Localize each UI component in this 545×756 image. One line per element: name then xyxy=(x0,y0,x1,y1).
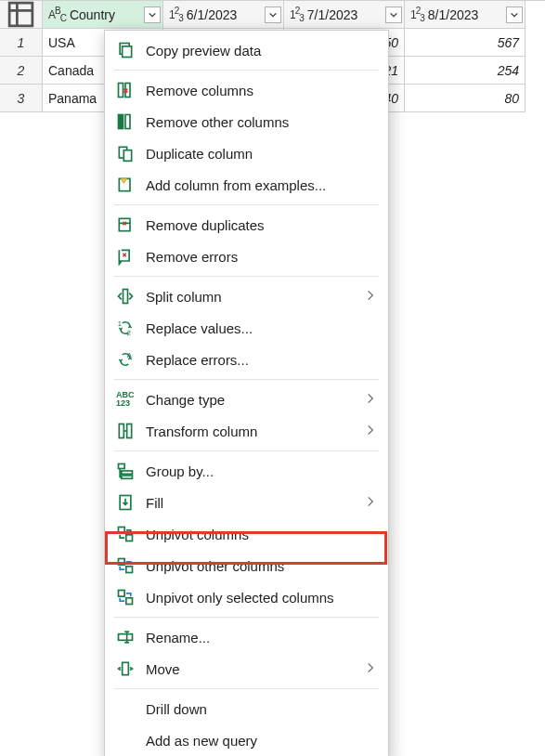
number-type-icon: 123 xyxy=(169,6,183,23)
cell-value: 254 xyxy=(498,63,519,78)
menu-move[interactable]: Move xyxy=(105,653,388,684)
menu-remove-duplicates[interactable]: Remove duplicates xyxy=(105,209,388,241)
row-header[interactable]: 1 xyxy=(0,29,43,57)
cell-value-8-1[interactable]: 80 xyxy=(405,85,526,112)
unpivot-icon xyxy=(116,525,146,543)
menu-label: Replace values... xyxy=(146,320,377,336)
menu-remove-errors[interactable]: Remove errors xyxy=(105,241,388,272)
replace-values-icon: 12 xyxy=(116,319,146,337)
svg-rect-22 xyxy=(122,476,133,478)
svg-rect-27 xyxy=(126,567,133,573)
column-header-8-1-2023[interactable]: 123 8/1/2023 xyxy=(405,1,526,29)
svg-rect-34 xyxy=(123,662,129,674)
menu-group-by[interactable]: Group by... xyxy=(105,455,388,487)
column-header-6-1-2023[interactable]: 123 6/1/2023 xyxy=(163,1,284,29)
unpivot-selected-icon xyxy=(116,588,146,606)
svg-rect-19 xyxy=(127,424,132,438)
svg-rect-8 xyxy=(125,115,130,129)
transform-column-icon xyxy=(116,422,146,440)
svg-text:1: 1 xyxy=(118,319,122,328)
menu-label: Add as new query xyxy=(146,733,377,749)
text-type-icon: ABC xyxy=(48,6,66,23)
svg-rect-14 xyxy=(123,290,128,304)
chevron-down-icon xyxy=(389,10,398,20)
row-header[interactable]: 3 xyxy=(0,85,43,112)
menu-label: Unpivot other columns xyxy=(146,558,377,574)
copy-icon xyxy=(116,41,146,59)
svg-rect-5 xyxy=(119,84,123,98)
svg-rect-18 xyxy=(119,424,123,438)
menu-remove-columns[interactable]: Remove columns xyxy=(105,74,388,106)
svg-rect-21 xyxy=(122,471,133,474)
column-filter-dropdown[interactable] xyxy=(385,7,402,23)
column-label: 8/1/2023 xyxy=(428,7,479,22)
number-type-icon: 123 xyxy=(290,6,304,23)
svg-rect-29 xyxy=(126,598,133,605)
cell-value-8-1[interactable]: 567 xyxy=(405,29,526,57)
table-corner-cell[interactable] xyxy=(0,1,43,29)
svg-rect-4 xyxy=(123,46,132,58)
menu-label: Unpivot only selected columns xyxy=(146,590,377,606)
remove-columns-icon xyxy=(116,81,146,99)
chevron-down-icon xyxy=(268,10,278,20)
menu-unpivot-only-selected-columns[interactable]: Unpivot only selected columns xyxy=(105,581,388,613)
menu-add-column-from-examples[interactable]: Add column from examples... xyxy=(105,169,388,201)
menu-label: Unpivot columns xyxy=(146,527,377,542)
cell-value: USA xyxy=(48,35,75,50)
svg-rect-26 xyxy=(119,559,125,566)
submenu-arrow-icon xyxy=(364,424,377,439)
menu-label: Transform column xyxy=(146,424,364,439)
add-column-from-examples-icon xyxy=(116,176,146,194)
svg-rect-10 xyxy=(123,150,131,162)
cell-value-8-1[interactable]: 254 xyxy=(405,57,526,85)
menu-unpivot-columns[interactable]: Unpivot columns xyxy=(105,518,388,550)
menu-fill[interactable]: Fill xyxy=(105,487,388,518)
column-filter-dropdown[interactable] xyxy=(265,7,281,23)
svg-rect-25 xyxy=(126,535,133,541)
svg-rect-28 xyxy=(119,591,125,597)
menu-label: Duplicate column xyxy=(146,146,377,162)
menu-unpivot-other-columns[interactable]: Unpivot other columns xyxy=(105,550,388,581)
menu-drill-down[interactable]: Drill down xyxy=(105,693,388,724)
menu-duplicate-column[interactable]: Duplicate column xyxy=(105,137,388,169)
chevron-down-icon xyxy=(510,10,519,20)
svg-rect-7 xyxy=(119,115,123,129)
row-index: 2 xyxy=(18,63,25,78)
column-filter-dropdown[interactable] xyxy=(506,7,523,23)
menu-separator xyxy=(114,379,379,380)
table-icon xyxy=(6,1,36,29)
menu-add-as-new-query[interactable]: Add as new query xyxy=(105,724,388,756)
cell-value: Panama xyxy=(48,91,97,106)
cell-value: 80 xyxy=(504,91,519,106)
menu-label: Move xyxy=(146,661,364,677)
cell-value: 567 xyxy=(498,35,519,50)
menu-replace-errors[interactable]: A Replace errors... xyxy=(105,344,388,375)
submenu-arrow-icon xyxy=(364,289,377,305)
menu-label: Remove duplicates xyxy=(146,217,377,233)
menu-label: Remove columns xyxy=(146,83,377,98)
row-index: 1 xyxy=(18,35,25,50)
row-header[interactable]: 2 xyxy=(0,57,43,85)
menu-label: Fill xyxy=(146,495,364,511)
menu-label: Remove other columns xyxy=(146,114,377,130)
menu-rename[interactable]: Rename... xyxy=(105,621,388,653)
menu-separator xyxy=(114,70,379,71)
menu-label: Drill down xyxy=(146,701,377,717)
column-header-7-1-2023[interactable]: 123 7/1/2023 xyxy=(284,1,405,29)
menu-transform-column[interactable]: Transform column xyxy=(105,415,388,447)
menu-remove-other-columns[interactable]: Remove other columns xyxy=(105,106,388,137)
menu-split-column[interactable]: Split column xyxy=(105,280,388,312)
column-header-country[interactable]: ABC Country xyxy=(43,1,163,29)
menu-change-type[interactable]: ABC 123 Change type xyxy=(105,384,388,415)
svg-rect-0 xyxy=(9,3,32,26)
menu-label: Rename... xyxy=(146,630,377,645)
column-filter-dropdown[interactable] xyxy=(144,7,161,23)
svg-rect-20 xyxy=(119,464,125,469)
menu-label: Add column from examples... xyxy=(146,177,377,193)
replace-errors-icon: A xyxy=(116,350,146,369)
menu-label: Change type xyxy=(146,392,364,408)
menu-separator xyxy=(114,617,379,618)
menu-copy-preview-data[interactable]: Copy preview data xyxy=(105,34,388,66)
remove-other-columns-icon xyxy=(116,112,146,131)
menu-replace-values[interactable]: 12 Replace values... xyxy=(105,312,388,344)
